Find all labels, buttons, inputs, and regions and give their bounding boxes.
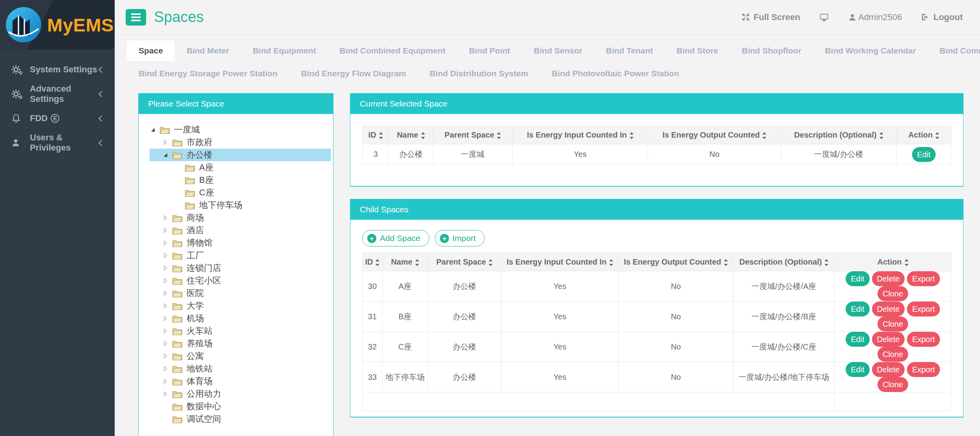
clone-button[interactable]: Clone <box>877 347 908 362</box>
tree-node[interactable]: 地下停车场 <box>150 199 331 212</box>
tree-node[interactable]: 火车站 <box>150 325 331 337</box>
tab-bind-store[interactable]: Bind Store <box>665 40 730 61</box>
tab-bind-photovoltaic-power-station[interactable]: Bind Photovoltaic Power Station <box>540 64 691 83</box>
tree-node[interactable]: 住宅小区 <box>150 274 331 287</box>
tree-node[interactable]: 办公楼 <box>150 149 331 161</box>
sidebar-item-system-settings[interactable]: System Settings <box>0 57 115 82</box>
column-header-name[interactable]: Name <box>389 126 433 144</box>
tree-node[interactable]: 酒店 <box>150 224 331 237</box>
tree-node[interactable]: 机场 <box>150 312 331 325</box>
column-header-parent-space[interactable]: Parent Space <box>433 126 512 144</box>
tree-node[interactable]: 市政府 <box>150 136 331 149</box>
tree-expander-icon[interactable] <box>162 378 169 384</box>
tree-expander-icon[interactable] <box>162 328 169 334</box>
clone-button[interactable]: Clone <box>877 286 908 301</box>
export-button[interactable]: Export <box>907 362 940 377</box>
edit-button[interactable]: Edit <box>846 302 869 316</box>
tab-bind-sensor[interactable]: Bind Sensor <box>522 40 594 61</box>
user-menu[interactable]: Admin2506 <box>848 12 902 22</box>
delete-button[interactable]: Delete <box>872 302 905 316</box>
column-header-id[interactable]: ID <box>363 253 383 271</box>
sidebar-item-fdd[interactable]: FDDE <box>0 106 115 131</box>
monitor-button[interactable] <box>819 13 829 22</box>
tab-bind-distribution-system[interactable]: Bind Distribution System <box>418 64 540 83</box>
tree-expander-icon[interactable] <box>162 340 169 347</box>
column-header-description-optional[interactable]: Description (Optional) <box>733 253 835 271</box>
tree-expander-icon[interactable] <box>162 315 169 322</box>
export-button[interactable]: Export <box>907 271 940 286</box>
tree-node[interactable]: 体育场 <box>150 375 331 388</box>
tree-expander-icon[interactable] <box>150 127 156 133</box>
column-header-is-energy-output-counted[interactable]: Is Energy Output Counted <box>648 126 781 144</box>
tree-expander-icon[interactable] <box>162 391 169 397</box>
column-header-action[interactable]: Action <box>835 253 951 271</box>
delete-button[interactable]: Delete <box>872 271 905 286</box>
edit-button[interactable]: Edit <box>846 271 869 286</box>
tree-node[interactable]: A座 <box>150 161 331 174</box>
delete-button[interactable]: Delete <box>872 362 905 377</box>
tree-expander-icon[interactable] <box>162 152 169 158</box>
tree-expander-icon[interactable] <box>162 265 169 271</box>
tab-bind-equipment[interactable]: Bind Equipment <box>241 40 328 61</box>
logout-button[interactable]: Logout <box>921 12 963 22</box>
sidebar-toggle-button[interactable] <box>126 9 146 26</box>
tree-expander-icon[interactable] <box>162 252 169 259</box>
tree-expander-icon[interactable] <box>162 366 169 372</box>
delete-button[interactable]: Delete <box>872 332 905 347</box>
tree-node[interactable]: 工厂 <box>150 249 331 262</box>
column-header-description-optional[interactable]: Description (Optional) <box>781 126 896 144</box>
add-space-button[interactable]: + Add Space <box>362 230 429 247</box>
tree-expander-icon[interactable] <box>162 227 169 234</box>
tree-node[interactable]: 公用动力 <box>150 388 331 400</box>
clone-button[interactable]: Clone <box>877 377 908 392</box>
tree-expander-icon[interactable] <box>162 290 169 296</box>
tab-bind-tenant[interactable]: Bind Tenant <box>594 40 665 61</box>
tree-expander-icon[interactable] <box>162 139 169 145</box>
column-header-is-energy-output-counted[interactable]: Is Energy Output Counted <box>619 253 733 271</box>
column-header-is-energy-input-counted-in[interactable]: Is Energy Input Counted In <box>513 126 648 144</box>
tab-bind-energy-storage-power-station[interactable]: Bind Energy Storage Power Station <box>127 64 289 83</box>
sidebar-item-advanced-settings[interactable]: Advanced Settings <box>0 82 115 106</box>
edit-button[interactable]: Edit <box>846 362 869 377</box>
tab-space[interactable]: Space <box>127 40 175 61</box>
edit-button[interactable]: Edit <box>912 147 936 162</box>
tree-expander-icon[interactable] <box>162 215 169 221</box>
tab-bind-working-calendar[interactable]: Bind Working Calendar <box>813 40 928 61</box>
column-header-action[interactable]: Action <box>896 126 951 144</box>
import-button[interactable]: + Import <box>435 230 485 247</box>
tab-bind-combined-equipment[interactable]: Bind Combined Equipment <box>328 40 457 61</box>
tree-node[interactable]: C座 <box>150 186 331 199</box>
export-button[interactable]: Export <box>907 302 940 316</box>
clone-button[interactable]: Clone <box>877 316 908 331</box>
column-header-is-energy-input-counted-in[interactable]: Is Energy Input Counted In <box>501 253 618 271</box>
tree-node[interactable]: 连锁门店 <box>150 262 331 274</box>
tree-expander-icon[interactable] <box>162 278 169 284</box>
tree-node[interactable]: 数据中心 <box>150 400 331 413</box>
tree-node[interactable]: 博物馆 <box>150 237 331 249</box>
tab-bind-shopfloor[interactable]: Bind Shopfloor <box>730 40 813 61</box>
tab-bind-command[interactable]: Bind CommandE <box>928 40 980 61</box>
tree-node[interactable]: B座 <box>150 174 331 186</box>
tree-node[interactable]: 商场 <box>150 212 331 224</box>
tree-node[interactable]: 大学 <box>150 300 331 312</box>
tree-node[interactable]: 公寓 <box>150 350 331 362</box>
edit-button[interactable]: Edit <box>846 332 869 347</box>
column-header-parent-space[interactable]: Parent Space <box>428 253 501 271</box>
column-header-name[interactable]: Name <box>382 253 427 271</box>
column-header-id[interactable]: ID <box>363 126 389 144</box>
tab-bind-energy-flow-diagram[interactable]: Bind Energy Flow Diagram <box>289 64 418 83</box>
tree-node[interactable]: 一度城 <box>150 123 331 136</box>
tab-bind-meter[interactable]: Bind Meter <box>175 40 241 61</box>
tree-node[interactable]: 医院 <box>150 287 331 300</box>
sidebar-item-users-privileges[interactable]: Users & Privileges <box>0 131 115 155</box>
tree-expander-icon[interactable] <box>162 303 169 309</box>
tree-node[interactable]: 养殖场 <box>150 337 331 350</box>
fullscreen-button[interactable]: Full Screen <box>741 12 800 22</box>
app-logo[interactable]: MyEMS <box>0 0 115 50</box>
tree-node[interactable]: 地铁站 <box>150 362 331 375</box>
tree-expander-icon[interactable] <box>162 353 169 359</box>
export-button[interactable]: Export <box>907 332 940 347</box>
tree-expander-icon[interactable] <box>162 240 169 246</box>
tree-node[interactable]: 调试空间 <box>150 413 331 425</box>
tab-bind-point[interactable]: Bind Point <box>457 40 522 61</box>
